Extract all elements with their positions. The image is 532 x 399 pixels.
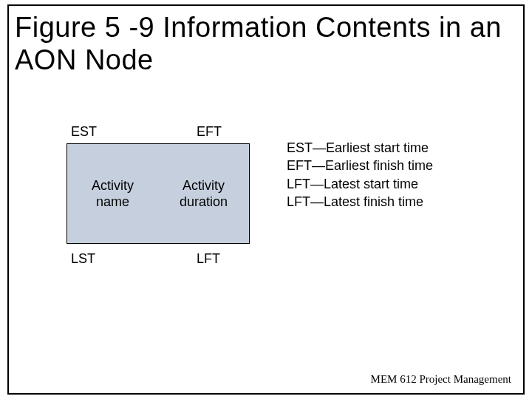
legend-def: —Latest start time — [310, 177, 418, 191]
legend: EST—Earliest start time EFT—Earliest fin… — [287, 139, 433, 211]
legend-abbr: EFT — [287, 158, 312, 173]
slide-frame: Figure 5 -9 Information Contents in an A… — [7, 4, 525, 395]
slide-title: Figure 5 -9 Information Contents in an A… — [15, 12, 517, 76]
legend-def: —Earliest start time — [313, 140, 429, 155]
legend-def: —Latest finish time — [310, 194, 423, 209]
legend-row: LFT—Latest finish time — [287, 193, 433, 211]
node-activity-name: Activity name — [67, 144, 158, 243]
label-eft: EFT — [197, 124, 222, 140]
legend-abbr: EST — [287, 140, 313, 155]
legend-def: —Earliest finish time — [312, 158, 433, 173]
aon-node-box: Activity name Activity duration — [66, 143, 250, 244]
label-lft: LFT — [197, 251, 220, 267]
slide-footer: MEM 612 Project Management — [371, 373, 511, 386]
legend-row: EST—Earliest start time — [287, 139, 433, 157]
legend-abbr: LFT — [287, 177, 310, 191]
legend-row: LFT—Latest start time — [287, 175, 433, 193]
legend-row: EFT—Earliest finish time — [287, 157, 433, 174]
node-activity-duration: Activity duration — [158, 144, 249, 243]
legend-abbr: LFT — [287, 194, 310, 209]
aon-diagram: EST EFT LST LFT Activity name Activity d… — [66, 126, 480, 281]
label-est: EST — [71, 124, 97, 140]
label-lst: LST — [71, 251, 95, 267]
